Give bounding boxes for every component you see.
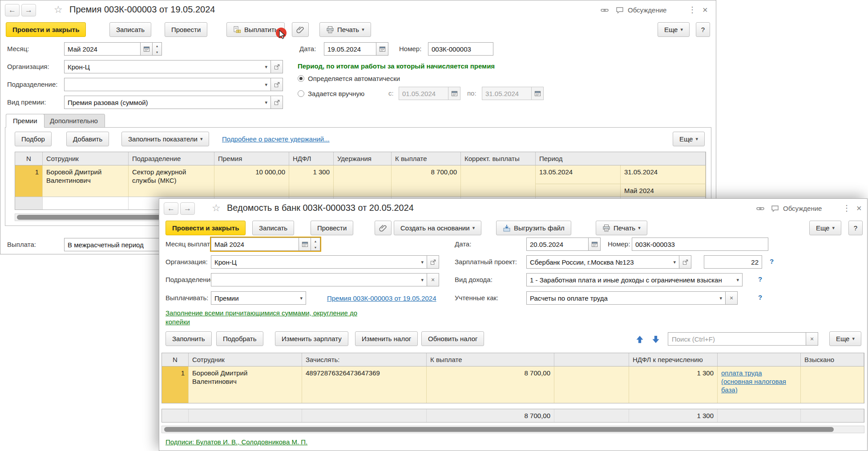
number-field[interactable]: 003К-000033 (632, 238, 768, 251)
scrollbar-thumb[interactable] (164, 427, 834, 432)
calendar-button[interactable] (589, 238, 601, 251)
create-based-on-button[interactable]: Создать на основании▾ (394, 221, 481, 235)
radio-auto[interactable]: Определяется автоматически (298, 73, 400, 83)
chevron-down-icon[interactable]: ▾ (300, 295, 303, 301)
discussion-label[interactable]: Обсуждение (628, 6, 666, 14)
open-button[interactable] (271, 78, 283, 91)
cell-blank[interactable] (554, 366, 629, 403)
cell-period-blank[interactable] (536, 184, 621, 197)
back-button[interactable]: ← (164, 202, 178, 215)
cell-n[interactable]: 1 (162, 366, 189, 403)
tab-additional[interactable]: Дополнительно (43, 114, 105, 128)
write-button[interactable]: Записать (252, 221, 294, 235)
post-and-close-button[interactable]: Провести и закрыть (166, 221, 246, 235)
cell-period-start[interactable]: 13.05.2024 (536, 165, 621, 184)
signatures-link[interactable]: Подписи: Булатов И. В., Солодовникова М.… (166, 438, 307, 446)
open-button[interactable] (427, 255, 439, 269)
fill-indicators-button[interactable]: Заполнить показатели▾ (121, 132, 209, 146)
premium-kind-field[interactable]: Премия разовая (суммой)▾ (64, 96, 271, 109)
cell-department[interactable]: Сектор дежурной службы (МКС) (129, 165, 214, 197)
print-button[interactable]: Печать▾ (596, 221, 647, 235)
link-icon[interactable] (601, 6, 609, 14)
export-file-button[interactable]: Выгрузить файл (496, 221, 571, 235)
cell-premium[interactable]: 10 000,00 (214, 165, 289, 197)
chevron-down-icon[interactable]: ▾ (265, 64, 267, 70)
discussion-icon[interactable] (771, 205, 779, 213)
change-salary-button[interactable]: Изменить зарплату (275, 331, 348, 346)
chevron-down-icon[interactable]: ▾ (736, 277, 739, 283)
more-button[interactable]: Еще▾ (809, 221, 841, 235)
radio-manual[interactable]: Задается вручную (298, 89, 364, 98)
clear-search-button[interactable]: × (806, 332, 818, 346)
pay-what-field[interactable]: Премии▾ (211, 291, 306, 305)
col-header-ndfl[interactable]: НДФЛ (289, 152, 334, 165)
update-tax-button[interactable]: Обновить налог (421, 331, 484, 346)
cell-correction[interactable] (461, 165, 536, 197)
col-header-employee[interactable]: Сотрудник (43, 152, 129, 165)
link-icon[interactable] (756, 205, 764, 213)
tab-premiums[interactable]: Премии (6, 114, 44, 128)
col-header-deductions[interactable]: Удержания (334, 152, 392, 165)
back-button[interactable]: ← (5, 4, 20, 16)
cell-ndfl[interactable]: 1 300 (629, 366, 718, 403)
pay-month-spinner[interactable]: ▴▾ (311, 238, 320, 251)
close-icon[interactable]: × (856, 204, 862, 213)
col-header-blank[interactable] (718, 353, 801, 366)
chevron-down-icon[interactable]: ▾ (421, 259, 424, 265)
cell-ndfl-base[interactable]: оплата труда (основная налоговая база) (718, 366, 801, 403)
project-number-field[interactable]: 22 (704, 255, 762, 269)
clear-button[interactable]: × (427, 273, 439, 286)
more-button[interactable]: Еще▾ (658, 22, 690, 37)
col-header-ndfl[interactable]: НДФЛ к перечислению (629, 353, 718, 366)
col-header-blank[interactable] (554, 353, 629, 366)
cell-deductions[interactable] (334, 165, 392, 197)
chevron-down-icon[interactable]: ▾ (421, 277, 424, 283)
calendar-button[interactable] (299, 238, 311, 251)
table-row[interactable]: 1 Боровой Дмитрий Валентинович 489728763… (162, 366, 864, 403)
cell-ndfl[interactable]: 1 300 (289, 165, 334, 197)
pay-month-field[interactable]: Май 2024 (211, 238, 299, 251)
move-down-button[interactable] (650, 333, 662, 346)
horizontal-scrollbar[interactable] (161, 426, 864, 433)
write-button[interactable]: Записать (109, 22, 151, 37)
cell-collected[interactable] (801, 366, 864, 403)
calendar-button[interactable] (376, 42, 388, 56)
cell-employee[interactable]: Боровой Дмитрий Валентинович (189, 366, 302, 403)
help-link[interactable]: ? (758, 275, 762, 283)
pick-button[interactable]: Подбор (15, 132, 52, 146)
tax-base-link[interactable]: оплата труда (основная налоговая база) (721, 369, 786, 394)
accounted-as-field[interactable]: Расчеты по оплате труда▾ (526, 291, 726, 305)
deductions-details-link[interactable]: Подробнее о расчете удержаний... (222, 135, 330, 143)
table-row[interactable]: 1 Боровой Дмитрий Валентинович Сектор де… (15, 165, 706, 197)
help-link[interactable]: ? (770, 258, 774, 265)
fill-amounts-link[interactable]: Заполнение всеми причитающимися суммами,… (166, 309, 357, 326)
cell-topay[interactable]: 8 700,00 (392, 165, 461, 197)
move-up-button[interactable] (634, 333, 646, 346)
clear-button[interactable]: × (726, 291, 738, 305)
col-header-n[interactable]: N (162, 353, 189, 366)
print-button[interactable]: Печать▾ (319, 22, 371, 37)
post-and-close-button[interactable]: Провести и закрыть (6, 22, 86, 37)
search-input[interactable] (668, 332, 806, 346)
favorite-star-icon[interactable]: ☆ (212, 202, 221, 214)
forward-button[interactable]: → (180, 202, 195, 215)
chevron-down-icon[interactable]: ▾ (719, 295, 722, 301)
month-field[interactable]: Май 2024 (64, 42, 141, 56)
close-icon[interactable]: × (702, 5, 708, 14)
cell-employee[interactable]: Боровой Дмитрий Валентинович (43, 165, 129, 197)
cell-account[interactable]: 48972876326473647369 (302, 366, 427, 403)
department-field[interactable]: ▾ (211, 273, 427, 286)
col-header-premium[interactable]: Премия (214, 152, 289, 165)
cell-n[interactable]: 1 (15, 165, 43, 197)
premium-document-link[interactable]: Премия 003К-000003 от 19.05.2024 (327, 294, 436, 302)
post-button[interactable]: Провести (165, 22, 207, 37)
number-field[interactable]: 003К-000003 (428, 42, 493, 56)
open-button[interactable] (271, 96, 283, 109)
calendar-button[interactable] (141, 42, 153, 56)
date-field[interactable]: 19.05.2024 (324, 42, 376, 56)
open-button[interactable] (679, 255, 691, 269)
cell-period-month[interactable]: Май 2024 (621, 184, 706, 197)
table-more-button[interactable]: Еще▾ (829, 331, 861, 346)
chevron-down-icon[interactable]: ▾ (265, 82, 267, 88)
salary-project-field[interactable]: Сбербанк России, г.Москва №123▾ (526, 255, 679, 269)
